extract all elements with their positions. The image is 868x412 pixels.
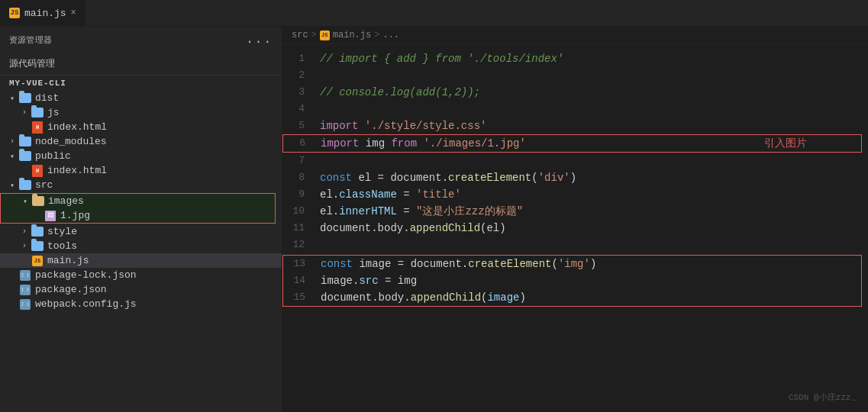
- source-control-section: 源代码管理: [0, 53, 282, 76]
- js-icon: JS: [31, 256, 44, 266]
- tab-label: main.js: [24, 8, 66, 19]
- html-icon: H: [31, 166, 44, 176]
- code-line-2: 2: [282, 67, 868, 84]
- json-icon: { }: [18, 299, 32, 310]
- code-line-7: 7: [282, 153, 868, 169]
- tree-item-label: index.html: [47, 165, 107, 176]
- line-number: 12: [282, 237, 317, 253]
- tree-item-src[interactable]: ▾ src: [0, 178, 282, 192]
- tree-item-label: src: [35, 179, 53, 191]
- code-line-5: 5import './style/style.css': [282, 117, 868, 134]
- line-number: 4: [282, 101, 317, 117]
- folder-icon: [18, 93, 32, 104]
- code-line-15: 15document.body.appendChild(image): [283, 289, 861, 306]
- tree-item-webpack-config[interactable]: { } webpack.config.js: [0, 297, 282, 311]
- line-number: 10: [282, 203, 317, 220]
- line-number: 3: [282, 84, 317, 101]
- tree-chevron: ▾: [19, 197, 31, 206]
- sidebar-more-button[interactable]: ...: [246, 33, 273, 47]
- line-content: // console.log(add(1,2));: [317, 84, 868, 101]
- tree-chevron: ▾: [6, 152, 18, 161]
- folder-icon: [31, 241, 44, 252]
- tab-bar: JS main.js ×: [0, 0, 868, 27]
- tab-js-icon: JS: [9, 8, 20, 18]
- json-icon: { }: [18, 285, 32, 295]
- tree-item-label: main.js: [47, 255, 89, 266]
- line-content: const el = document.createElement('div'): [317, 169, 868, 186]
- code-line-10: 10el.innerHTML = "这是小庄zzz的标题": [282, 203, 868, 220]
- tree-chevron: ▾: [6, 94, 18, 103]
- tree-chevron: ▾: [6, 181, 18, 190]
- project-header: MY-VUE-CLI: [0, 76, 282, 91]
- sidebar-title: 资源管理器: [9, 34, 52, 46]
- line-content: // import { add } from './tools/index': [317, 50, 868, 67]
- code-line-14: 14image.src = img: [283, 272, 861, 289]
- tree-item-1jpg[interactable]: 🖼 1.jpg: [1, 208, 275, 223]
- line-number: 6: [283, 135, 318, 152]
- breadcrumb-src: src: [292, 30, 308, 40]
- tree-item-public[interactable]: ▾ public: [0, 149, 282, 163]
- tree-chevron: ›: [18, 242, 31, 250]
- annotation-label: 引入图片: [764, 137, 807, 150]
- main-layout: 资源管理器 ... 源代码管理 MY-VUE-CLI ▾ dist › js H…: [0, 27, 868, 412]
- line-number: 13: [283, 256, 318, 272]
- tab-close-button[interactable]: ×: [71, 8, 76, 18]
- tree-item-package[interactable]: { } package.json: [0, 282, 282, 297]
- tree-item-label: package.json: [35, 284, 107, 295]
- line-content: const image = document.createElement('im…: [318, 256, 861, 272]
- code-line-11: 11document.body.appendChild(el): [282, 220, 868, 237]
- source-control-label: 源代码管理: [9, 59, 55, 69]
- line-number: 9: [282, 186, 317, 203]
- json-icon: { }: [18, 270, 32, 281]
- tree-item-label: index.html: [47, 121, 107, 133]
- line-number: 2: [282, 67, 317, 84]
- line-content: image.src = img: [318, 272, 861, 289]
- code-area[interactable]: 1// import { add } from './tools/index'2…: [282, 44, 868, 412]
- tree-item-mainjs[interactable]: JS main.js: [0, 253, 282, 268]
- tree-item-index-html-pub[interactable]: H index.html: [0, 163, 282, 178]
- sidebar-header: 资源管理器 ...: [0, 27, 282, 53]
- tree-item-label: style: [47, 226, 77, 237]
- tree-item-js[interactable]: › js: [0, 105, 282, 120]
- breadcrumb: src > JS main.js > ...: [282, 27, 868, 44]
- line-number: 5: [282, 117, 317, 134]
- breadcrumb-file: main.js: [333, 30, 371, 40]
- tree-item-package-lock[interactable]: { } package-lock.json: [0, 268, 282, 282]
- tree-item-label: webpack.config.js: [35, 298, 137, 310]
- code-line-9: 9el.className = 'title': [282, 186, 868, 203]
- tree-chevron: ›: [18, 227, 31, 236]
- tree-item-style[interactable]: › style: [0, 224, 282, 239]
- breadcrumb-sep2: >: [374, 30, 379, 40]
- tree-item-label: images: [48, 195, 84, 207]
- tree-item-node_modules[interactable]: › node_modules: [0, 134, 282, 149]
- tree-item-label: tools: [47, 240, 77, 252]
- code-line-1: 1// import { add } from './tools/index': [282, 50, 868, 67]
- code-line-3: 3// console.log(add(1,2));: [282, 84, 868, 101]
- folder-icon: [31, 108, 44, 118]
- tab-main-js[interactable]: JS main.js ×: [0, 0, 86, 27]
- line-number: 1: [282, 50, 317, 67]
- line-number: 15: [283, 289, 318, 306]
- tree-item-label: js: [47, 107, 60, 118]
- tree-item-index-html-dist[interactable]: H index.html: [0, 120, 282, 134]
- folder-icon: [18, 151, 32, 162]
- watermark: CSDN @小庄zzz_: [789, 391, 856, 403]
- sidebar: 资源管理器 ... 源代码管理 MY-VUE-CLI ▾ dist › js H…: [0, 27, 282, 412]
- code-line-12: 12: [282, 237, 868, 253]
- line-number: 11: [282, 220, 317, 237]
- line-content: el.innerHTML = "这是小庄zzz的标题": [317, 203, 868, 220]
- folder-icon: [31, 196, 45, 207]
- tree-item-label: package-lock.json: [35, 269, 137, 281]
- code-line-4: 4: [282, 101, 868, 117]
- tree-item-label: dist: [35, 92, 59, 104]
- tree-item-dist[interactable]: ▾ dist: [0, 91, 282, 105]
- tree-item-tools[interactable]: › tools: [0, 239, 282, 253]
- file-tree: ▾ dist › js H index.html › node_modules …: [0, 91, 282, 311]
- folder-icon: [18, 180, 32, 191]
- folder-icon: [31, 227, 44, 237]
- breadcrumb-js-icon: JS: [320, 31, 330, 40]
- folder-icon: [18, 137, 32, 147]
- tree-item-label: public: [35, 150, 71, 162]
- breadcrumb-dots: ...: [382, 30, 399, 40]
- tree-item-images[interactable]: ▾ images: [1, 194, 275, 208]
